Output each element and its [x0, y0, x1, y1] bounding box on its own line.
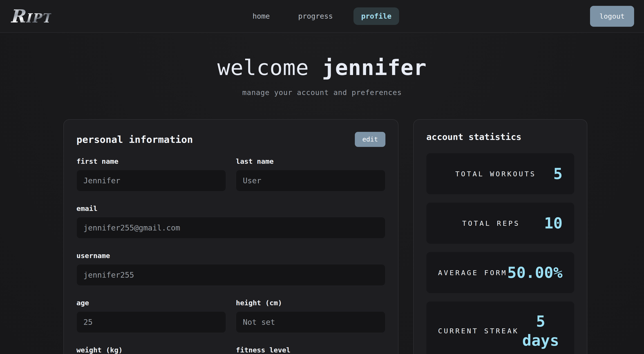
current-streak-value: 5 days — [519, 312, 562, 350]
logout-button[interactable]: logout — [590, 6, 634, 27]
account-statistics-card: account statistics TOTAL WORKOUTS 5 TOTA… — [413, 119, 587, 354]
form-field-first-name: first name — [76, 157, 226, 191]
form-field-weight: weight (kg) — [76, 346, 226, 354]
height-label: height (cm) — [236, 299, 386, 307]
total-reps-value: 10 — [544, 214, 562, 233]
page-title-username: jennifer — [322, 55, 427, 80]
total-workouts-label: TOTAL WORKOUTS — [438, 170, 554, 178]
stat-tile-current-streak: CURRENT STREAK 5 days — [426, 301, 574, 354]
main-content: personal information edit first name las… — [64, 119, 580, 354]
form-field-email: email — [76, 204, 386, 239]
stat-tile-average-form: AVERAGE FORM 50.00% — [426, 252, 574, 293]
page-title-prefix: welcome — [217, 55, 322, 80]
nav-link-home[interactable]: home — [245, 7, 278, 25]
form-field-height: height (cm) — [236, 299, 386, 333]
first-name-label: first name — [76, 157, 226, 165]
form-field-age: age — [76, 299, 226, 333]
personal-information-fields: first name last name email username age … — [76, 157, 386, 354]
email-label: email — [76, 204, 386, 212]
fitness-level-label: fitness level — [236, 346, 386, 354]
personal-information-title: personal information — [76, 134, 193, 145]
username-label: username — [76, 252, 386, 260]
last-name-label: last name — [236, 157, 386, 165]
height-input[interactable] — [236, 311, 386, 333]
edit-button[interactable]: edit — [355, 132, 386, 147]
page-subtitle: manage your account and preferences — [0, 88, 644, 97]
stat-tile-total-workouts: TOTAL WORKOUTS 5 — [426, 153, 574, 194]
top-navbar: Ript homeprogressprofile logout — [0, 0, 644, 33]
first-name-input[interactable] — [76, 170, 226, 191]
stat-tile-total-reps: TOTAL REPS 10 — [426, 203, 574, 244]
form-field-username: username — [76, 252, 386, 286]
brand-logo[interactable]: Ript — [10, 7, 51, 25]
weight-label: weight (kg) — [76, 346, 226, 354]
nav-link-progress[interactable]: progress — [290, 7, 340, 25]
account-statistics-list: TOTAL WORKOUTS 5 TOTAL REPS 10 AVERAGE F… — [426, 153, 574, 354]
age-label: age — [76, 299, 226, 307]
current-streak-label: CURRENT STREAK — [438, 327, 519, 335]
last-name-input[interactable] — [236, 170, 386, 191]
form-field-last-name: last name — [236, 157, 386, 191]
form-field-fitness-level: fitness level — [236, 346, 386, 354]
personal-information-card: personal information edit first name las… — [64, 119, 398, 354]
total-reps-label: TOTAL REPS — [438, 219, 544, 227]
account-statistics-title: account statistics — [426, 132, 574, 142]
nav-link-profile[interactable]: profile — [354, 7, 399, 25]
personal-information-header: personal information edit — [76, 132, 386, 147]
username-input[interactable] — [76, 264, 386, 286]
average-form-label: AVERAGE FORM — [438, 269, 507, 277]
age-input[interactable] — [76, 311, 226, 333]
total-workouts-value: 5 — [554, 164, 562, 183]
average-form-value: 50.00% — [507, 263, 562, 282]
page-title: welcome jennifer — [0, 57, 644, 78]
hero-section: welcome jennifer manage your account and… — [0, 57, 644, 97]
email-input[interactable] — [76, 217, 386, 239]
nav-links: homeprogressprofile — [245, 7, 399, 25]
